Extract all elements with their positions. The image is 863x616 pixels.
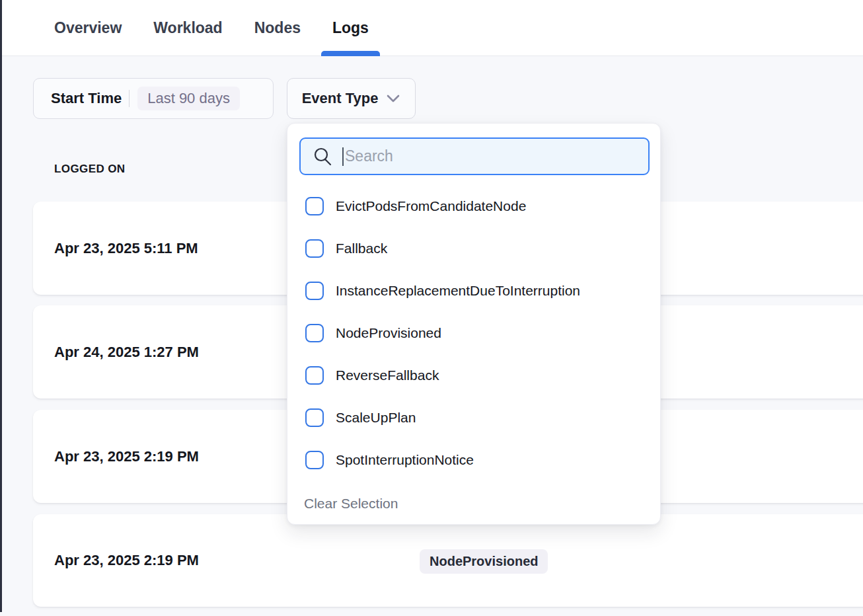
checkbox-icon[interactable]: [305, 197, 324, 215]
tab-overview[interactable]: Overview: [54, 0, 122, 56]
option-label: EvictPodsFromCandidateNode: [336, 198, 526, 214]
option-label: ReverseFallback: [336, 367, 439, 383]
option-label: SpotInterruptionNotice: [336, 452, 474, 468]
tab-workload[interactable]: Workload: [153, 0, 222, 56]
filter-divider: [129, 90, 130, 107]
tab-logs-label: Logs: [332, 19, 369, 37]
checkbox-icon[interactable]: [305, 408, 324, 427]
active-tab-indicator: [321, 51, 380, 56]
checkbox-icon[interactable]: [305, 282, 324, 300]
option-label: ScaleUpPlan: [336, 410, 416, 426]
option-nodeprovisioned[interactable]: NodeProvisioned: [287, 312, 660, 354]
clear-selection-button[interactable]: Clear Selection: [304, 496, 398, 512]
event-type-badge: NodeProvisioned: [420, 549, 548, 574]
checkbox-icon[interactable]: [305, 366, 324, 385]
option-spotinterruptionnotice[interactable]: SpotInterruptionNotice: [287, 439, 660, 481]
tab-overview-label: Overview: [54, 19, 122, 37]
search-icon: [313, 147, 332, 167]
chevron-down-icon: [386, 94, 400, 103]
logged-on-timestamp: Apr 23, 2025 5:11 PM: [54, 240, 198, 257]
tabs: Overview Workload Nodes Logs: [54, 0, 369, 56]
tab-logs[interactable]: Logs: [332, 0, 369, 56]
checkbox-icon[interactable]: [305, 239, 324, 258]
logged-on-timestamp: Apr 23, 2025 2:19 PM: [54, 448, 199, 465]
tab-workload-label: Workload: [153, 19, 222, 37]
event-type-options: EvictPodsFromCandidateNode Fallback Inst…: [287, 185, 660, 481]
event-type-dropdown: Search EvictPodsFromCandidateNode Fallba…: [287, 123, 661, 525]
start-time-value[interactable]: Last 90 days: [137, 87, 240, 110]
start-time-label: Start Time: [51, 90, 122, 107]
column-header-logged-on: LOGGED ON: [54, 163, 126, 176]
option-evictpodsfromcandidatenode[interactable]: EvictPodsFromCandidateNode: [287, 185, 660, 227]
logged-on-timestamp: Apr 23, 2025 2:19 PM: [54, 552, 199, 569]
option-fallback[interactable]: Fallback: [287, 227, 660, 270]
text-cursor: [342, 147, 344, 166]
event-type-label: Event Type: [302, 90, 379, 107]
option-label: NodeProvisioned: [336, 325, 441, 341]
start-time-filter[interactable]: Start Time Last 90 days: [33, 78, 274, 119]
tab-bar: Overview Workload Nodes Logs: [0, 0, 863, 56]
table-row[interactable]: Apr 23, 2025 2:19 PM NodeProvisioned: [33, 514, 863, 607]
option-instancereplacementduetointerruption[interactable]: InstanceReplacementDueToInterruption: [287, 270, 660, 312]
checkbox-icon[interactable]: [305, 324, 324, 342]
option-label: InstanceReplacementDueToInterruption: [336, 283, 580, 299]
tab-nodes[interactable]: Nodes: [254, 0, 301, 56]
option-reversefallback[interactable]: ReverseFallback: [287, 354, 660, 397]
option-label: Fallback: [336, 241, 387, 256]
logged-on-timestamp: Apr 24, 2025 1:27 PM: [54, 344, 199, 361]
search-input[interactable]: Search: [299, 137, 650, 175]
checkbox-icon[interactable]: [305, 451, 324, 469]
tab-nodes-label: Nodes: [254, 19, 301, 37]
option-scaleupplan[interactable]: ScaleUpPlan: [287, 397, 660, 439]
search-placeholder: Search: [345, 147, 393, 165]
event-type-filter-button[interactable]: Event Type: [287, 78, 416, 119]
sidebar-edge: [0, 0, 2, 612]
